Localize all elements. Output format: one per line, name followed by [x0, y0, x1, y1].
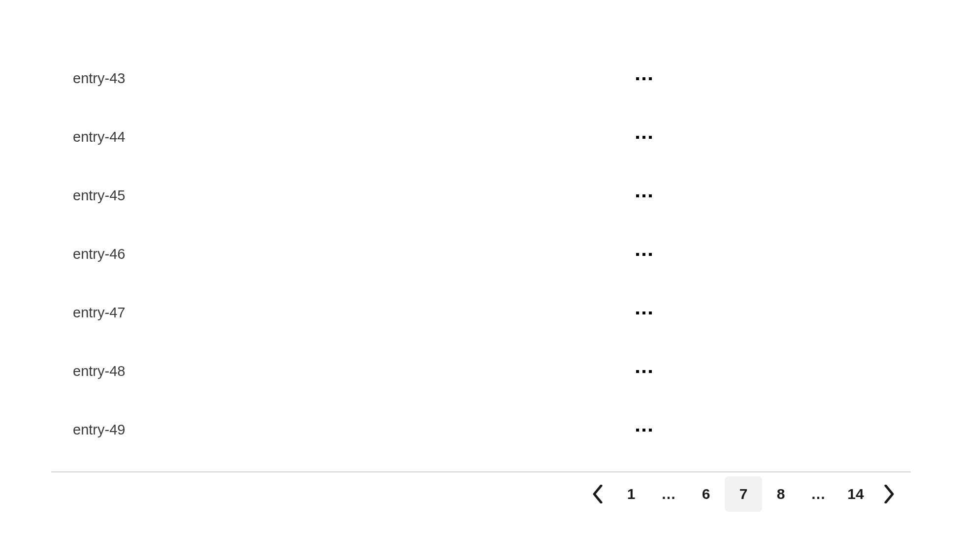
more-horizontal-icon [636, 311, 652, 314]
more-horizontal-icon [636, 429, 652, 432]
list-item-label: entry-47 [73, 305, 125, 321]
list-item[interactable]: entry-47 [73, 283, 903, 342]
more-horizontal-icon [636, 194, 652, 197]
page-container: entry-43 entry-44 entry-45 [0, 0, 962, 560]
list-item[interactable]: entry-45 [73, 166, 903, 225]
more-actions-button[interactable] [631, 307, 657, 319]
list-item-label: entry-45 [73, 187, 125, 204]
list-item[interactable]: entry-43 [73, 49, 903, 108]
list-item-label: entry-49 [73, 422, 125, 438]
more-horizontal-icon [636, 370, 652, 373]
entry-list: entry-43 entry-44 entry-45 [0, 49, 962, 459]
list-item-label: entry-48 [73, 363, 125, 379]
pagination-ellipsis: … [800, 476, 837, 512]
more-horizontal-icon [636, 136, 652, 139]
list-item[interactable]: entry-46 [73, 225, 903, 283]
pagination-page-first[interactable]: 1 [612, 476, 650, 512]
chevron-right-icon [884, 485, 895, 503]
more-actions-button[interactable] [631, 131, 657, 144]
list-item[interactable]: entry-48 [73, 342, 903, 401]
more-horizontal-icon [636, 253, 652, 256]
pagination: 1 … 6 7 8 … 14 [0, 472, 962, 512]
list-item[interactable]: entry-49 [73, 401, 903, 459]
more-actions-button[interactable] [631, 248, 657, 261]
pagination-page-prev[interactable]: 6 [687, 476, 725, 512]
list-item-label: entry-44 [73, 129, 125, 145]
more-actions-button[interactable] [631, 424, 657, 436]
more-actions-button[interactable] [631, 72, 657, 85]
pagination-page-next[interactable]: 8 [762, 476, 800, 512]
more-horizontal-icon [636, 77, 652, 80]
list-item-label: entry-43 [73, 70, 125, 87]
pagination-ellipsis: … [650, 476, 687, 512]
pagination-prev-button[interactable] [583, 476, 612, 512]
chevron-left-icon [592, 485, 603, 503]
list-item[interactable]: entry-44 [73, 108, 903, 166]
pagination-next-button[interactable] [874, 476, 904, 512]
pagination-page-last[interactable]: 14 [837, 476, 874, 512]
more-actions-button[interactable] [631, 365, 657, 378]
list-item-label: entry-46 [73, 246, 125, 262]
pagination-page-current[interactable]: 7 [725, 476, 762, 512]
more-actions-button[interactable] [631, 189, 657, 202]
